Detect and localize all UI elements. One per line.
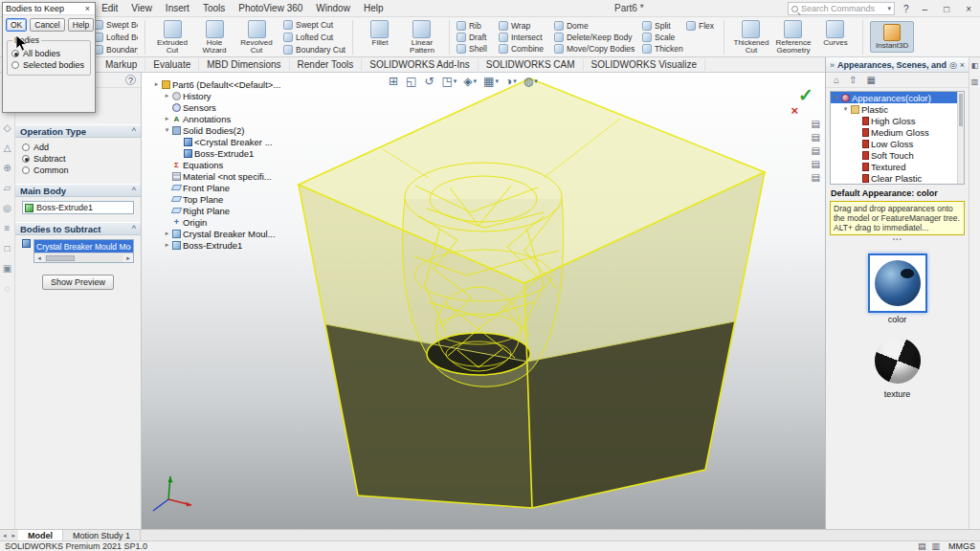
ribbon-button[interactable]: Linear Pattern [402, 20, 442, 55]
dialog-help-button[interactable]: Help [68, 18, 94, 32]
pm-help-icon[interactable]: ? [125, 75, 136, 85]
ribbon-button[interactable]: Boundary Cut [283, 44, 345, 55]
selected-body-item[interactable]: Crystal Breaker Mould Model [34, 240, 133, 253]
menu-item[interactable]: Tools [197, 1, 231, 15]
view-tool-icon[interactable]: ⊞ [389, 75, 399, 88]
tree-item[interactable]: Origin [153, 216, 299, 228]
task-pane-tool-icon[interactable]: ⇧ [849, 75, 857, 85]
minimize-button[interactable]: – [918, 4, 933, 14]
ribbon-button[interactable]: Lofted Boss/Base [94, 32, 138, 43]
ribbon-button[interactable]: Dome [554, 20, 638, 32]
operation-type-header[interactable]: Operation Type ^ [15, 124, 141, 138]
ribbon-button[interactable]: Rib [457, 20, 495, 32]
close-pane-icon[interactable]: × [960, 60, 965, 70]
search-input[interactable]: Search Commands ▾ [788, 2, 895, 15]
list-horizontal-scrollbar[interactable]: ◂ ▸ [34, 253, 133, 262]
ribbon-tab[interactable]: MBD Dimensions [199, 58, 289, 71]
ribbon-tab[interactable]: SOLIDWORKS CAM [479, 58, 584, 71]
ribbon-button[interactable]: Delete/Keep Body [554, 32, 638, 43]
edge-strip-icon[interactable]: ◧ [971, 61, 979, 70]
menu-item[interactable]: Edit [96, 1, 123, 15]
main-body-header[interactable]: Main Body ^ [15, 184, 141, 197]
ribbon-button[interactable]: Thickened Cut [731, 20, 771, 55]
appearance-tree-item[interactable]: Low Gloss [831, 138, 964, 149]
appearance-texture-thumbnail[interactable] [871, 334, 924, 387]
left-toolbar-icon[interactable]: □ [4, 243, 10, 253]
appearance-tree-item[interactable]: Medium Gloss [831, 126, 964, 138]
left-toolbar-icon[interactable]: △ [4, 143, 11, 153]
ribbon-button[interactable]: Shell [457, 43, 495, 55]
tab-motion-study[interactable]: Motion Study 1 [63, 530, 141, 540]
tree-item[interactable]: ▸ Part6 (Default<<Default>... [153, 78, 299, 90]
ribbon-button[interactable]: Hole Wizard [194, 20, 234, 55]
units-indicator[interactable]: MMGS [948, 541, 975, 551]
ribbon-button[interactable]: Extruded Cut [152, 20, 192, 55]
appearance-tree-item[interactable]: Textured [831, 161, 964, 172]
view-tool-icon[interactable]: ◳▾ [441, 75, 457, 88]
ribbon-button[interactable]: Flex [686, 20, 717, 32]
expand-icon[interactable]: ▸ [164, 92, 170, 99]
confirm-cancel-button[interactable]: × [791, 103, 798, 118]
dialog-title-bar[interactable]: Bodies to Keep × [3, 3, 95, 15]
bodies-option[interactable]: Selected bodies [11, 59, 86, 71]
tab-scroll-left-icon[interactable]: ◂ [0, 532, 10, 540]
ribbon-button[interactable]: Boundary Boss/Base [94, 44, 138, 55]
left-toolbar-icon[interactable]: ⊕ [3, 163, 11, 173]
tree-item[interactable]: ▸ Annotations [153, 113, 299, 124]
appearance-tree-item[interactable]: Clear Plastic [831, 172, 964, 184]
task-pane-tool-icon[interactable]: ▦ [866, 75, 875, 85]
ribbon-button[interactable]: Fillet [360, 20, 400, 55]
left-toolbar-icon[interactable]: ▣ [3, 263, 11, 274]
ribbon-tab[interactable]: SOLIDWORKS Visualize [584, 58, 705, 71]
ribbon-tab[interactable]: Markup [98, 58, 145, 71]
ok-button[interactable]: OK [6, 18, 27, 32]
vertical-scrollbar[interactable] [957, 92, 964, 184]
side-option-icon[interactable]: ▤ [812, 159, 820, 169]
maximize-button[interactable]: □ [939, 4, 954, 14]
ribbon-button[interactable]: Curves [815, 20, 856, 55]
tab-model[interactable]: Model [18, 530, 63, 540]
tree-item[interactable]: ▸ Boss-Extrude1 [153, 239, 299, 251]
bodies-to-subtract-header[interactable]: Bodies to Subtract ^ [15, 222, 141, 235]
scroll-thumb[interactable] [959, 94, 963, 126]
ribbon-tab[interactable]: Render Tools [290, 58, 363, 71]
operation-option[interactable]: Add [22, 142, 134, 153]
ribbon-button[interactable]: Intersect [499, 32, 550, 43]
tree-item[interactable]: Right Plane [153, 205, 299, 216]
appearance-tree-item[interactable]: Soft Touch [831, 149, 964, 161]
view-tool-icon[interactable]: ◍▾ [523, 75, 538, 88]
tree-item[interactable]: Top Plane [153, 193, 299, 205]
expand-icon[interactable]: ▸ [164, 241, 170, 249]
expand-icon[interactable]: ▾ [164, 126, 170, 134]
expand-icon[interactable]: ▸ [164, 230, 170, 237]
side-option-icon[interactable]: ▤ [812, 172, 820, 183]
search-dropdown-icon[interactable]: ▾ [887, 5, 891, 12]
pin-icon[interactable]: ◎ [949, 60, 957, 70]
operation-option[interactable]: Subtract [22, 153, 134, 165]
tree-item[interactable]: Material <not specifi... [153, 170, 299, 182]
menu-item[interactable]: Insert [160, 1, 195, 15]
scroll-right-icon[interactable]: ▸ [123, 254, 133, 262]
ribbon-button[interactable]: Draft [457, 32, 495, 43]
left-toolbar-icon[interactable]: ◇ [4, 122, 11, 133]
edge-strip-icon[interactable]: ▥ [971, 77, 979, 86]
confirm-ok-button[interactable]: ✓ [798, 84, 813, 106]
instant3d-button[interactable]: Instant3D [870, 21, 914, 53]
expand-icon[interactable]: ▾ [842, 105, 849, 113]
bodies-to-subtract-list[interactable]: Crystal Breaker Mould Model ◂ ▸ [33, 239, 134, 263]
menu-item[interactable]: Help [358, 1, 390, 15]
ribbon-button[interactable]: Combine [499, 43, 550, 55]
view-tool-icon[interactable]: ◱ [406, 75, 417, 88]
side-option-icon[interactable]: ▤ [812, 119, 820, 129]
view-tool-icon[interactable]: ↺ [424, 75, 434, 88]
ribbon-button[interactable]: Scale [642, 32, 682, 43]
graphics-area[interactable]: ⊞◱↺◳▾◈▾▦▾◑▾◍▾ ▸ Part6 (Default<<Default>… [142, 73, 825, 529]
left-toolbar-icon[interactable]: ▱ [4, 183, 11, 193]
scroll-thumb[interactable] [46, 255, 75, 261]
show-preview-button[interactable]: Show Preview [42, 275, 114, 290]
tree-item[interactable]: ▸ Crystal Breaker Moul... [153, 228, 299, 239]
ribbon-tab[interactable]: Evaluate [145, 58, 199, 71]
help-icon[interactable]: ? [902, 4, 911, 14]
ribbon-button[interactable]: Split [642, 20, 682, 32]
view-tool-icon[interactable]: ◈▾ [463, 75, 477, 88]
